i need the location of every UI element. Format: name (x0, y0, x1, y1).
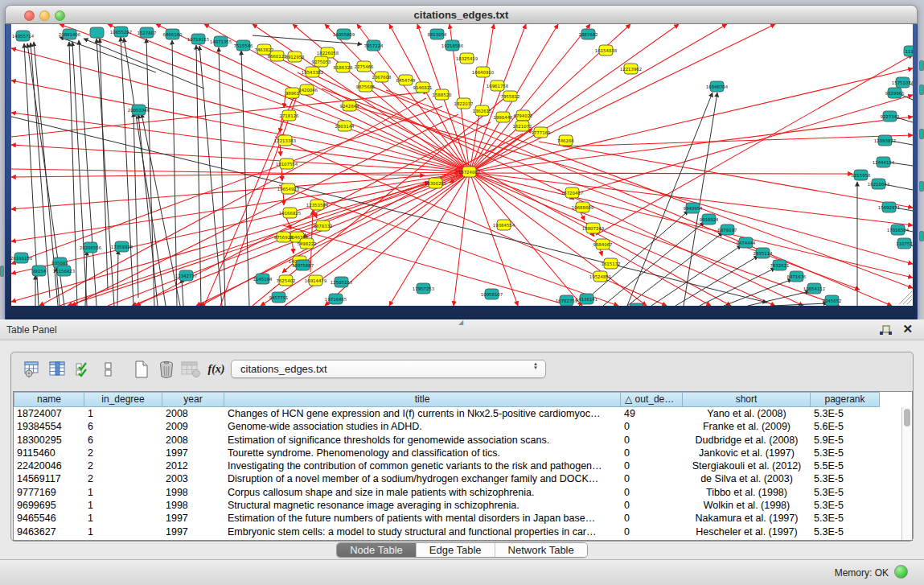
window-titlebar[interactable]: citations_edges.txt (5, 5, 918, 24)
table-scrollbar[interactable] (901, 407, 912, 540)
graph-node[interactable]: 10655287 (110, 27, 132, 37)
graph-node[interactable]: 8471676 (786, 271, 807, 282)
table-row[interactable]: 946362711997Embryonic stem cells: a mode… (14, 525, 912, 538)
graph-node[interactable]: 1362615 (472, 105, 491, 116)
graph-node[interactable]: 2935114 (753, 248, 773, 258)
scrollbar-thumb[interactable] (904, 409, 910, 426)
graph-node[interactable]: 14136141 (576, 294, 598, 304)
table-row[interactable]: 1872400712008Changes of HCN gene express… (14, 407, 912, 420)
new-column-icon[interactable] (130, 359, 153, 380)
graph-node[interactable]: 17359924 (111, 241, 133, 252)
tab-edge-table[interactable]: Edge Table (417, 543, 495, 557)
resize-grip[interactable] (899, 291, 912, 304)
graph-node[interactable]: 19654923 (277, 183, 299, 194)
column-header[interactable]: name (14, 392, 84, 407)
graph-node[interactable] (90, 27, 104, 38)
table-row[interactable]: 946554611997Estimation of the future num… (14, 512, 912, 525)
graph-node[interactable]: 8878332 (313, 220, 332, 231)
graph-node[interactable]: 12342737 (175, 270, 197, 281)
graph-node[interactable]: 7625402 (276, 275, 295, 286)
graph-node[interactable]: 12505133 (331, 277, 352, 287)
graph-node[interactable]: 2275466 (354, 61, 374, 72)
graph-node[interactable]: 10958107 (481, 289, 503, 299)
graph-node[interactable]: 8660123 (267, 51, 286, 61)
import-table-icon[interactable] (180, 359, 203, 380)
graph-node[interactable]: 15692971 (878, 202, 900, 212)
graph-node[interactable]: 1117 (904, 46, 913, 56)
graph-node[interactable]: 6879197 (717, 225, 737, 235)
graph-node[interactable]: 1615132 (601, 258, 620, 269)
graph-node[interactable]: 9146821 (413, 82, 432, 93)
graph-node[interactable]: 7632621 (770, 260, 789, 270)
graph-node[interactable]: 1990448 (493, 112, 513, 122)
graph-node[interactable]: 1822037 (454, 98, 473, 109)
graph-node[interactable]: 20053346 (128, 105, 150, 115)
graph-node[interactable]: 20206556 (80, 242, 102, 253)
graph-node[interactable]: 17016504 (887, 225, 910, 235)
function-builder-icon[interactable]: f(x) (205, 359, 228, 380)
select-all-icon[interactable] (72, 359, 95, 380)
row-height-icon[interactable] (97, 359, 120, 380)
graph-node[interactable]: 2367608 (372, 72, 392, 82)
delete-column-icon[interactable] (155, 359, 178, 380)
graph-node[interactable]: 16961758 (487, 80, 509, 91)
column-header[interactable]: in_degree (84, 392, 162, 407)
graph-node[interactable]: 9474444 (736, 237, 756, 248)
graph-node[interactable]: 8186328 (333, 62, 353, 72)
table-mode-icon[interactable] (23, 359, 45, 380)
graph-node[interactable]: 39154 (32, 266, 47, 276)
graph-node[interactable]: 16914479 (305, 275, 327, 286)
graph-node[interactable]: 6466160 (162, 29, 183, 39)
table-row[interactable]: 977716911998Corpus callosum shape and si… (14, 486, 912, 499)
graph-node[interactable]: 18325419 (456, 53, 478, 64)
float-panel-icon[interactable] (880, 324, 892, 335)
graph-node[interactable]: 98961 (285, 88, 299, 98)
graph-node[interactable]: 1145194 (253, 274, 273, 284)
splitter-grip-icon[interactable]: ◢ (458, 320, 466, 325)
show-column-icon[interactable] (47, 359, 70, 380)
graph-node[interactable]: 8454749 (396, 75, 416, 85)
graph-node[interactable]: 12213962 (620, 64, 642, 74)
graph-node[interactable]: 12093872 (874, 135, 896, 146)
network-canvas[interactable]: 1405571420891406106552871527807646616010… (11, 24, 913, 306)
graph-node[interactable]: 15720407 (561, 187, 583, 198)
graph-node[interactable]: 12444134 (873, 157, 895, 167)
table-row[interactable]: 2242004622012Investigating the contribut… (14, 459, 912, 472)
column-header[interactable]: year (162, 392, 224, 407)
graph-node[interactable]: 2887682 (578, 29, 598, 39)
tab-network-table[interactable]: Network Table (495, 543, 587, 557)
graph-node[interactable]: 16648784 (706, 81, 729, 92)
graph-node[interactable]: 1527807 (137, 27, 156, 38)
graph-node[interactable]: 19166825 (279, 208, 301, 218)
graph-node[interactable]: 9245652 (822, 295, 841, 306)
graph-node[interactable]: 16640910 (472, 67, 495, 77)
table-row[interactable]: 911546021997Tourette syndrome. Phenomeno… (14, 447, 912, 459)
graph-node[interactable]: 16055809 (333, 29, 355, 39)
table-row[interactable]: 1830029562008Estimation of significance … (14, 434, 912, 447)
graph-node[interactable]: 746266 (557, 135, 574, 146)
table-selector-dropdown[interactable]: citations_edges.txt ▲▼ (231, 360, 546, 378)
column-header[interactable]: △ out_de… (621, 392, 683, 407)
column-header[interactable]: pagerank (811, 392, 880, 407)
graph-node[interactable]: 1621072 (512, 121, 532, 131)
tab-node-table[interactable]: Node Table (337, 543, 417, 557)
graph-node[interactable]: 8215958 (851, 170, 871, 180)
graph-node[interactable]: 17957253 (413, 283, 434, 294)
graph-node[interactable]: 7515546 (233, 40, 253, 51)
close-panel-icon[interactable]: ✕ (902, 322, 913, 336)
graph-node[interactable]: 8813054 (427, 29, 447, 39)
table-row[interactable]: 1456911722003Disruption of a novel membe… (14, 472, 912, 485)
graph-node[interactable]: 10719155 (187, 34, 209, 44)
graph-node[interactable]: 26160150 (11, 253, 33, 263)
graph-node[interactable]: 15751074 (892, 77, 913, 88)
graph-node[interactable]: 9275053 (311, 56, 331, 67)
graph-node[interactable]: 9777169 (531, 127, 551, 138)
column-header[interactable]: short (683, 392, 811, 407)
graph-node[interactable]: 116753 (896, 238, 913, 249)
graph-node[interactable]: 9938924 (699, 214, 719, 225)
graph-node[interactable]: 19384554 (493, 220, 515, 230)
graph-node[interactable]: 9227343 (880, 111, 899, 122)
graph-node[interactable]: 2718126 (279, 110, 299, 121)
graph-node[interactable]: 5498222 (297, 238, 316, 249)
graph-node[interactable]: 9457791 (269, 292, 288, 303)
